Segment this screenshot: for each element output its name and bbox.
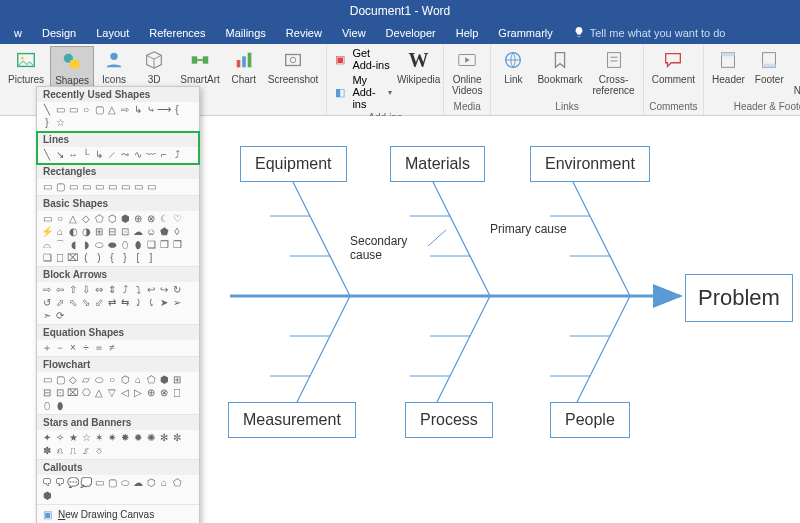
- tab-developer[interactable]: Developer: [376, 22, 446, 44]
- shape-scribble[interactable]: 〰: [145, 149, 157, 161]
- shape-fc[interactable]: ▽: [106, 387, 118, 399]
- shape-arrow[interactable]: ⬂: [80, 297, 92, 309]
- shape-basic[interactable]: ⬠: [93, 213, 105, 225]
- shape-star[interactable]: ☆: [80, 432, 92, 444]
- shape-callout[interactable]: 🗩: [54, 477, 66, 489]
- shape-basic[interactable]: ⊡: [119, 226, 131, 238]
- shape-rect[interactable]: ▢: [54, 181, 66, 193]
- shape-arrow[interactable]: ⇆: [119, 297, 131, 309]
- shape-star[interactable]: ✺: [145, 432, 157, 444]
- shape-basic[interactable]: ♡: [171, 213, 183, 225]
- screenshot-button[interactable]: Screenshot: [264, 46, 323, 87]
- shape-arrow[interactable]: ➣: [41, 310, 53, 322]
- shape-basic[interactable]: ⬯: [119, 239, 131, 251]
- shape-fc[interactable]: ⊟: [41, 387, 53, 399]
- shape-line[interactable]: ╲: [41, 104, 53, 116]
- shape-basic[interactable]: ◗: [80, 239, 92, 251]
- shape-fc[interactable]: ⬮: [54, 400, 66, 412]
- footer-button[interactable]: Footer: [751, 46, 788, 87]
- shape-connector[interactable]: ⌐: [158, 149, 170, 161]
- shape-brace[interactable]: {: [171, 104, 183, 116]
- shape-fc[interactable]: ○: [106, 374, 118, 386]
- shape-basic[interactable]: ⊞: [93, 226, 105, 238]
- icons-button[interactable]: Icons: [96, 46, 132, 87]
- shape-basic[interactable]: ⬟: [158, 226, 170, 238]
- shape-star[interactable]: ★: [67, 432, 79, 444]
- shape-arrow[interactable]: ⬁: [67, 297, 79, 309]
- shape-arrow[interactable]: ⇄: [106, 297, 118, 309]
- shape-eq[interactable]: ＝: [93, 342, 105, 354]
- shape-star[interactable]: ✷: [106, 432, 118, 444]
- shape-fc[interactable]: ⌧: [67, 387, 79, 399]
- shape-fc[interactable]: △: [93, 387, 105, 399]
- shape-basic[interactable]: ⌒: [54, 239, 66, 251]
- shape-callout[interactable]: 💭: [80, 477, 92, 489]
- shape-basic[interactable]: ⊗: [145, 213, 157, 225]
- shape-fc[interactable]: ⊗: [158, 387, 170, 399]
- shape-basic[interactable]: ☾: [158, 213, 170, 225]
- shape-arrow[interactable]: ⤸: [132, 297, 144, 309]
- shape-connector[interactable]: ⟶: [158, 104, 170, 116]
- shape-basic[interactable]: ]: [145, 252, 157, 264]
- shape-arrow[interactable]: ⤹: [145, 297, 157, 309]
- shape-line[interactable]: ╲: [41, 149, 53, 161]
- shape-arrow[interactable]: ➢: [171, 297, 183, 309]
- shape-basic[interactable]: ⬡: [106, 213, 118, 225]
- shape-basic[interactable]: ❏: [41, 252, 53, 264]
- shape-arrow[interactable]: ↩: [145, 284, 157, 296]
- shape-basic[interactable]: {: [106, 252, 118, 264]
- shape-connector[interactable]: ↳: [132, 104, 144, 116]
- shape-elbow-arrow[interactable]: ↳: [93, 149, 105, 161]
- shape-eq[interactable]: ≠: [106, 342, 118, 354]
- shape-callout[interactable]: ⬢: [41, 490, 53, 502]
- shape-arrow[interactable]: ⬀: [54, 297, 66, 309]
- document-canvas[interactable]: Equipment Materials Environment Measurem…: [200, 116, 800, 523]
- shape-basic[interactable]: △: [67, 213, 79, 225]
- shape-basic[interactable]: ⌓: [41, 239, 53, 251]
- shape-star[interactable]: ✼: [171, 432, 183, 444]
- shape-eq[interactable]: －: [54, 342, 66, 354]
- shape-fc[interactable]: ▭: [41, 374, 53, 386]
- shape-arrow[interactable]: ⬃: [93, 297, 105, 309]
- shape-rect[interactable]: ▭: [106, 181, 118, 193]
- shape-arrow[interactable]: ⟳: [54, 310, 66, 322]
- shape-basic[interactable]: ❐: [171, 239, 183, 251]
- shape-banner[interactable]: ⎏: [93, 445, 105, 457]
- shape-arrow[interactable]: ↻: [171, 284, 183, 296]
- shape-triangle[interactable]: △: [106, 104, 118, 116]
- shape-basic[interactable]: ❒: [158, 239, 170, 251]
- shape-basic[interactable]: ◊: [171, 226, 183, 238]
- shape-arrow[interactable]: ↪: [158, 284, 170, 296]
- shape-basic[interactable]: ⊟: [106, 226, 118, 238]
- shape-callout[interactable]: 💬: [67, 477, 79, 489]
- shape-arrow[interactable]: ⇨: [41, 284, 53, 296]
- shape-line-arrow[interactable]: ↘: [54, 149, 66, 161]
- shape-star[interactable]: ☆: [54, 117, 66, 129]
- box-problem[interactable]: Problem: [685, 274, 793, 322]
- tab-mailings[interactable]: Mailings: [216, 22, 276, 44]
- shape-banner[interactable]: ⎍: [67, 445, 79, 457]
- shape-fc[interactable]: ⬯: [41, 400, 53, 412]
- shape-rect[interactable]: ▭: [41, 181, 53, 193]
- shape-fc[interactable]: ▱: [80, 374, 92, 386]
- online-videos-button[interactable]: Online Videos: [448, 46, 486, 98]
- shape-basic[interactable]: ☁: [132, 226, 144, 238]
- shape-fc[interactable]: ⊡: [54, 387, 66, 399]
- box-environment[interactable]: Environment: [530, 146, 650, 182]
- tab-grammarly[interactable]: Grammarly: [488, 22, 562, 44]
- get-addins-button[interactable]: ▣ Get Add-ins: [331, 46, 396, 72]
- shape-arrow[interactable]: ↺: [41, 297, 53, 309]
- shape-fc[interactable]: ⬡: [119, 374, 131, 386]
- shape-basic[interactable]: ): [93, 252, 105, 264]
- shape-basic[interactable]: ⬢: [119, 213, 131, 225]
- tell-me-search[interactable]: Tell me what you want to do: [573, 22, 726, 44]
- shape-curve-arrow[interactable]: ⤳: [119, 149, 131, 161]
- shape-brace[interactable]: }: [41, 117, 53, 129]
- shape-arrow[interactable]: ⇧: [67, 284, 79, 296]
- tab-view[interactable]: View: [332, 22, 376, 44]
- wikipedia-button[interactable]: W Wikipedia: [398, 46, 439, 87]
- shape-eq[interactable]: ÷: [80, 342, 92, 354]
- shape-arrow[interactable]: ⇩: [80, 284, 92, 296]
- shape-star[interactable]: ✧: [54, 432, 66, 444]
- shape-basic[interactable]: ⌧: [67, 252, 79, 264]
